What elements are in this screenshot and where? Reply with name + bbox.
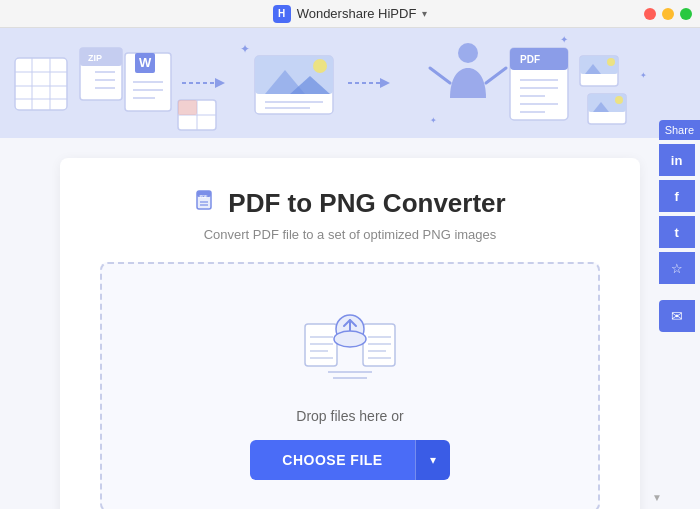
- window-controls: [644, 8, 692, 20]
- maximize-button[interactable]: [680, 8, 692, 20]
- svg-text:PDF: PDF: [520, 54, 540, 65]
- converter-subtitle: Convert PDF file to a set of optimized P…: [204, 227, 497, 242]
- svg-text:✦: ✦: [240, 42, 250, 56]
- main-content: PDF PDF to PNG Converter Convert PDF fil…: [0, 138, 700, 509]
- svg-text:ZIP: ZIP: [88, 53, 102, 63]
- converter-title: PDF to PNG Converter: [228, 188, 505, 219]
- drop-zone[interactable]: Drop files here or CHOOSE FILE ▾: [100, 262, 600, 509]
- choose-file-dropdown-button[interactable]: ▾: [415, 440, 450, 480]
- svg-rect-24: [178, 100, 197, 115]
- converter-card: PDF PDF to PNG Converter Convert PDF fil…: [60, 158, 640, 509]
- svg-text:✦: ✦: [560, 34, 568, 45]
- svg-point-74: [334, 331, 366, 347]
- drop-text: Drop files here or: [296, 408, 403, 424]
- star-button[interactable]: ☆: [659, 252, 695, 284]
- svg-point-29: [313, 59, 327, 73]
- upload-illustration: [300, 304, 400, 388]
- svg-text:W: W: [139, 55, 152, 70]
- svg-text:✦: ✦: [430, 116, 437, 125]
- banner: ZIP W PDF: [0, 28, 700, 138]
- facebook-share-button[interactable]: f: [659, 180, 695, 212]
- close-button[interactable]: [644, 8, 656, 20]
- dropdown-arrow-icon: ▾: [430, 453, 436, 467]
- svg-text:✦: ✦: [640, 71, 647, 80]
- choose-file-container: CHOOSE FILE ▾: [250, 440, 449, 480]
- svg-text:PDF: PDF: [200, 193, 209, 198]
- pdf-icon: PDF: [194, 189, 218, 219]
- linkedin-icon: in: [671, 153, 683, 168]
- svg-rect-67: [363, 324, 395, 366]
- app-logo: H: [273, 5, 291, 23]
- linkedin-share-button[interactable]: in: [659, 144, 695, 176]
- twitter-icon: t: [674, 225, 678, 240]
- share-sidebar: Share in f t ☆ ✉: [659, 120, 700, 332]
- minimize-button[interactable]: [662, 8, 674, 20]
- title-bar-content: H Wondershare HiPDF ▾: [273, 5, 428, 23]
- title-chevron-icon[interactable]: ▾: [422, 8, 427, 19]
- scroll-indicator: ▼: [652, 492, 662, 503]
- app-name: Wondershare HiPDF: [297, 6, 417, 21]
- star-icon: ☆: [671, 261, 683, 276]
- svg-rect-62: [305, 324, 337, 366]
- facebook-icon: f: [674, 189, 678, 204]
- svg-point-52: [615, 96, 623, 104]
- twitter-share-button[interactable]: t: [659, 216, 695, 248]
- share-label: Share: [659, 120, 700, 140]
- email-icon: ✉: [671, 308, 683, 324]
- converter-title-row: PDF PDF to PNG Converter: [194, 188, 505, 219]
- email-button[interactable]: ✉: [659, 300, 695, 332]
- svg-rect-1: [15, 58, 67, 110]
- title-bar: H Wondershare HiPDF ▾: [0, 0, 700, 28]
- choose-file-button[interactable]: CHOOSE FILE: [250, 440, 414, 480]
- svg-point-48: [607, 58, 615, 66]
- svg-point-42: [458, 43, 478, 63]
